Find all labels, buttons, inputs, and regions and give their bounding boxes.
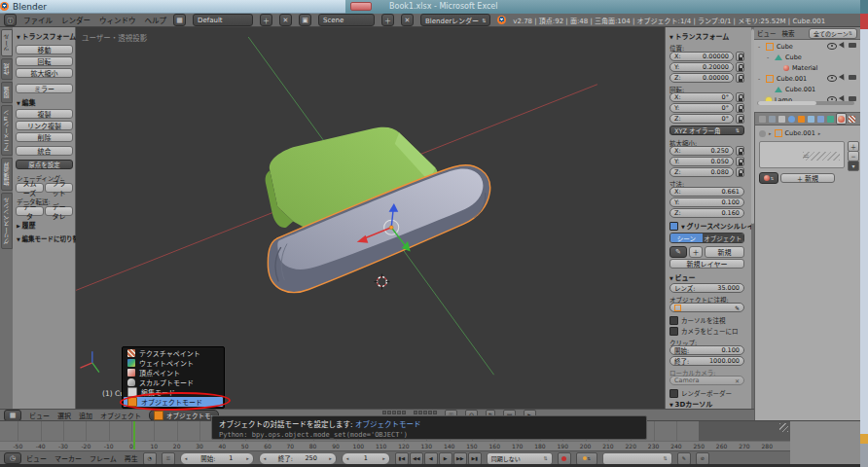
properties-tab[interactable]: [836, 113, 847, 125]
rotation-z-field[interactable]: Z:0°: [669, 114, 734, 124]
local-camera-field[interactable]: Camera✕: [669, 376, 744, 385]
material-specials-menu[interactable]: ▾: [848, 161, 859, 171]
new-material-button[interactable]: ＋新規: [780, 173, 835, 183]
menu-item[interactable]: ヘルプ: [145, 15, 167, 25]
mode-select[interactable]: オブジェクトモード: [149, 410, 219, 421]
screen-browse-icon[interactable]: ▦: [173, 14, 186, 26]
time-lock-icon[interactable]: ⚿: [162, 452, 175, 465]
preview-range-icon[interactable]: ◔: [143, 452, 157, 465]
gpencil-add-icon[interactable]: ＋: [689, 246, 703, 258]
viewport-menu-item[interactable]: 選択: [57, 411, 71, 420]
timeline-menu-item[interactable]: 再生: [125, 453, 138, 463]
render-engine-select[interactable]: Blenderレンダー⇅: [420, 14, 490, 26]
transport-button[interactable]: ◀: [424, 452, 438, 465]
selectability-icon[interactable]: [839, 42, 847, 50]
timeline-playhead[interactable]: [133, 421, 135, 449]
location-x-field[interactable]: X:0.00000: [669, 52, 734, 61]
material-slot-list[interactable]: =: [759, 141, 845, 168]
outliner-row[interactable]: - Cube.001: [756, 73, 858, 84]
outliner-row[interactable]: Cube.001: [756, 84, 858, 94]
screen-layout-field[interactable]: Default: [193, 14, 253, 26]
data-button[interactable]: データ: [16, 206, 44, 216]
delete-scene-button[interactable]: ✕: [401, 14, 414, 26]
scale-y-field[interactable]: Y:0.050: [669, 157, 734, 166]
sync-mode-select[interactable]: 同期しない⇅: [487, 452, 553, 465]
visibility-eye-icon[interactable]: [827, 75, 837, 82]
material-browse-icon[interactable]: ⇅: [759, 172, 778, 184]
gpencil-header[interactable]: グリースペンシルレイ: [681, 221, 751, 231]
gpencil-object-button[interactable]: オブジェクト: [703, 234, 743, 242]
transform-header[interactable]: トランスフォーム: [669, 31, 729, 41]
properties-tab[interactable]: [848, 114, 856, 124]
properties-tab[interactable]: [807, 114, 815, 124]
breadcrumb-object-name[interactable]: Cube.001: [785, 129, 815, 137]
menu-item[interactable]: レンダー: [61, 15, 90, 25]
add-scene-button[interactable]: ＋: [381, 14, 394, 26]
gpencil-new-button[interactable]: 新規: [705, 246, 744, 258]
outliner-row[interactable]: Material: [756, 62, 858, 73]
viewport-menu-item[interactable]: ビュー: [29, 411, 50, 420]
cursor-3d-header[interactable]: 3Dカーソル: [669, 399, 712, 409]
lock-icon[interactable]: [736, 167, 744, 177]
mode-switch-panel-header[interactable]: 編集モードに切り替え: [17, 234, 86, 243]
delete-keyframe-icon[interactable]: ⊘: [696, 452, 709, 465]
history-panel-header[interactable]: 履歴: [17, 220, 36, 230]
current-frame-field[interactable]: ◂1▸: [342, 452, 390, 465]
frame-end-field[interactable]: ◂終了:250▸: [259, 452, 337, 465]
render-border-checkbox[interactable]: [669, 389, 678, 398]
editor-resize-grip[interactable]: [779, 423, 788, 432]
properties-tab[interactable]: [787, 114, 796, 124]
dimensions-z-field[interactable]: Z:0.160: [669, 208, 744, 218]
editor-type-icon[interactable]: ▦: [4, 410, 21, 421]
lock-icon[interactable]: [736, 103, 744, 113]
clip-start-field[interactable]: 開始:0.100: [669, 345, 744, 355]
outliner-menu-item[interactable]: 検索: [782, 28, 795, 38]
transport-button[interactable]: ▶: [439, 452, 452, 465]
duplicate-linked-button[interactable]: リンク複製: [16, 121, 73, 130]
lock-cursor-checkbox[interactable]: [669, 316, 678, 325]
properties-tab[interactable]: [778, 114, 786, 124]
gpencil-checkbox[interactable]: [669, 222, 678, 231]
lock-icon[interactable]: [736, 62, 744, 72]
editor-type-icon[interactable]: ⓘ: [4, 14, 17, 26]
shade-flat-button[interactable]: フラット: [45, 183, 73, 193]
outliner-row[interactable]: - Cube: [756, 41, 858, 52]
transport-button[interactable]: ▶▮: [468, 452, 482, 465]
mirror-button[interactable]: ミラー: [16, 84, 73, 93]
timeline-menu-item[interactable]: フレーム: [90, 453, 117, 463]
set-origin-menu[interactable]: 原点を設定: [16, 160, 73, 169]
join-button[interactable]: 統合: [16, 146, 73, 156]
transport-button[interactable]: ▶▶: [453, 452, 467, 465]
gpencil-draw-icon[interactable]: ✎: [669, 246, 687, 258]
view-header[interactable]: ビュー: [669, 272, 696, 282]
editor-type-icon[interactable]: ◷: [4, 452, 21, 464]
scale-button[interactable]: 拡大縮小: [16, 68, 73, 78]
toolshelf-tab[interactable]: 関連: [1, 82, 13, 103]
scale-x-field[interactable]: X:0.250: [669, 146, 734, 156]
lock-icon[interactable]: [736, 73, 744, 83]
new-layer-button[interactable]: 新規レイヤー: [669, 259, 744, 269]
auto-key-mode-select[interactable]: ⇅: [576, 452, 597, 465]
toolshelf-tab[interactable]: 物理演算: [1, 158, 13, 191]
transform-panel-header[interactable]: トランスフォーム: [17, 31, 76, 41]
renderability-camera-icon[interactable]: [849, 75, 856, 80]
scene-browse-icon[interactable]: ▣: [299, 14, 311, 26]
toolshelf-tab[interactable]: グリースペンシル: [1, 193, 13, 249]
renderability-camera-icon[interactable]: [849, 43, 856, 48]
properties-tab[interactable]: [797, 114, 806, 124]
properties-tab[interactable]: [768, 114, 777, 124]
keying-set-field[interactable]: ⇅: [602, 452, 672, 465]
properties-tab[interactable]: [758, 114, 767, 124]
outliner-scrollbar[interactable]: [757, 101, 854, 105]
outliner-menu-item[interactable]: ビュー: [757, 28, 777, 38]
rotate-button[interactable]: 回転: [16, 56, 73, 66]
toolshelf-tab[interactable]: 作成: [1, 58, 13, 80]
transport-button[interactable]: ◀◀: [410, 452, 423, 465]
insert-keyframe-icon[interactable]: ✎: [677, 452, 691, 465]
dimensions-y-field[interactable]: Y:0.100: [669, 198, 744, 207]
properties-tab[interactable]: [826, 114, 835, 124]
mode-menu-item[interactable]: 頂点ペイント: [124, 368, 223, 377]
menu-item[interactable]: ウィンドウ: [99, 15, 136, 25]
viewport-menu-item[interactable]: オブジェクト: [100, 411, 141, 420]
edit-panel-header[interactable]: 編集: [17, 97, 36, 107]
